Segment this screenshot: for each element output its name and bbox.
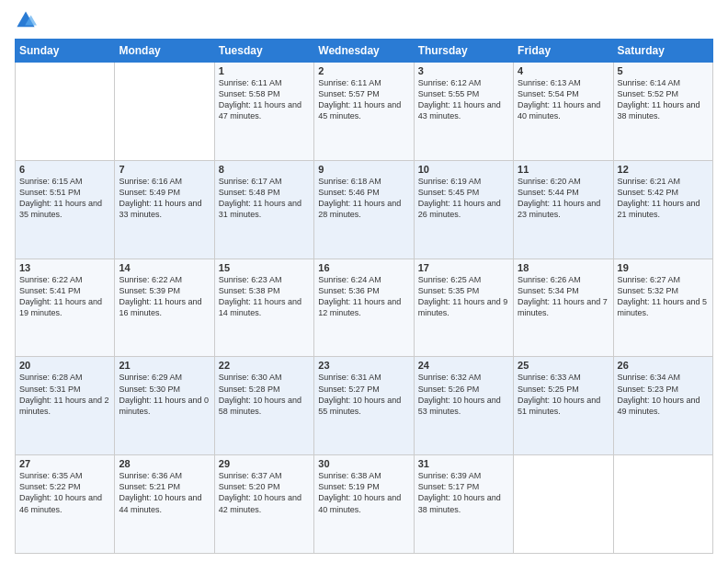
day-info: Sunrise: 6:30 AM Sunset: 5:28 PM Dayligh… [219,372,310,417]
day-info: Sunrise: 6:12 AM Sunset: 5:55 PM Dayligh… [418,77,509,122]
day-info: Sunrise: 6:26 AM Sunset: 5:34 PM Dayligh… [518,274,609,319]
day-info: Sunrise: 6:19 AM Sunset: 5:45 PM Dayligh… [418,176,509,221]
day-number: 10 [418,164,509,175]
day-number: 3 [418,65,509,76]
logo [15,9,40,31]
calendar-cell: 20Sunrise: 6:28 AM Sunset: 5:31 PM Dayli… [16,357,115,455]
calendar-week-3: 13Sunrise: 6:22 AM Sunset: 5:41 PM Dayli… [16,259,713,357]
calendar-cell: 24Sunrise: 6:32 AM Sunset: 5:26 PM Dayli… [414,357,513,455]
calendar-cell [613,455,712,554]
day-info: Sunrise: 6:16 AM Sunset: 5:49 PM Dayligh… [119,176,210,221]
calendar-cell: 17Sunrise: 6:25 AM Sunset: 5:35 PM Dayli… [414,259,513,357]
day-info: Sunrise: 6:31 AM Sunset: 5:27 PM Dayligh… [318,372,409,417]
day-number: 22 [219,360,310,371]
day-number: 17 [418,262,509,273]
weekday-header-sunday: Sunday [16,40,115,63]
day-number: 13 [19,262,110,273]
calendar-cell: 26Sunrise: 6:34 AM Sunset: 5:23 PM Dayli… [613,357,712,455]
calendar-cell: 29Sunrise: 6:37 AM Sunset: 5:20 PM Dayli… [214,455,313,554]
day-info: Sunrise: 6:17 AM Sunset: 5:48 PM Dayligh… [219,176,310,221]
day-info: Sunrise: 6:24 AM Sunset: 5:36 PM Dayligh… [318,274,409,319]
day-info: Sunrise: 6:34 AM Sunset: 5:23 PM Dayligh… [618,372,709,417]
day-number: 12 [618,164,709,175]
header [15,9,713,31]
day-info: Sunrise: 6:32 AM Sunset: 5:26 PM Dayligh… [418,372,509,417]
calendar-cell: 13Sunrise: 6:22 AM Sunset: 5:41 PM Dayli… [16,259,115,357]
day-number: 21 [119,360,210,371]
calendar-week-2: 6Sunrise: 6:15 AM Sunset: 5:51 PM Daylig… [16,160,713,259]
calendar-cell: 21Sunrise: 6:29 AM Sunset: 5:30 PM Dayli… [115,357,214,455]
calendar-cell: 5Sunrise: 6:14 AM Sunset: 5:52 PM Daylig… [613,63,712,161]
day-number: 5 [618,65,709,76]
calendar-cell: 22Sunrise: 6:30 AM Sunset: 5:28 PM Dayli… [214,357,313,455]
calendar-cell [16,63,115,161]
logo-icon [15,9,37,31]
calendar-cell: 15Sunrise: 6:23 AM Sunset: 5:38 PM Dayli… [214,259,313,357]
calendar-cell [514,455,613,554]
calendar-cell: 31Sunrise: 6:39 AM Sunset: 5:17 PM Dayli… [414,455,513,554]
day-number: 23 [318,360,409,371]
calendar-cell: 28Sunrise: 6:36 AM Sunset: 5:21 PM Dayli… [115,455,214,554]
day-info: Sunrise: 6:29 AM Sunset: 5:30 PM Dayligh… [119,372,210,417]
weekday-header-monday: Monday [115,40,214,63]
calendar-cell: 7Sunrise: 6:16 AM Sunset: 5:49 PM Daylig… [115,160,214,259]
calendar-cell: 3Sunrise: 6:12 AM Sunset: 5:55 PM Daylig… [414,63,513,161]
day-number: 4 [518,65,609,76]
day-number: 7 [119,164,210,175]
day-number: 27 [19,458,110,469]
day-number: 2 [318,65,409,76]
calendar-cell: 25Sunrise: 6:33 AM Sunset: 5:25 PM Dayli… [514,357,613,455]
weekday-header-saturday: Saturday [613,40,712,63]
day-number: 15 [219,262,310,273]
day-info: Sunrise: 6:27 AM Sunset: 5:32 PM Dayligh… [618,274,709,319]
day-number: 14 [119,262,210,273]
calendar-cell: 6Sunrise: 6:15 AM Sunset: 5:51 PM Daylig… [16,160,115,259]
calendar-cell: 4Sunrise: 6:13 AM Sunset: 5:54 PM Daylig… [514,63,613,161]
calendar-cell: 10Sunrise: 6:19 AM Sunset: 5:45 PM Dayli… [414,160,513,259]
day-info: Sunrise: 6:39 AM Sunset: 5:17 PM Dayligh… [418,470,509,515]
day-number: 11 [518,164,609,175]
day-info: Sunrise: 6:14 AM Sunset: 5:52 PM Dayligh… [618,77,709,122]
calendar-cell [115,63,214,161]
weekday-header-row: SundayMondayTuesdayWednesdayThursdayFrid… [16,40,713,63]
day-info: Sunrise: 6:23 AM Sunset: 5:38 PM Dayligh… [219,274,310,319]
day-info: Sunrise: 6:25 AM Sunset: 5:35 PM Dayligh… [418,274,509,319]
day-info: Sunrise: 6:13 AM Sunset: 5:54 PM Dayligh… [518,77,609,122]
weekday-header-wednesday: Wednesday [314,40,414,63]
day-info: Sunrise: 6:37 AM Sunset: 5:20 PM Dayligh… [219,470,310,515]
calendar-cell: 16Sunrise: 6:24 AM Sunset: 5:36 PM Dayli… [314,259,414,357]
calendar-cell: 8Sunrise: 6:17 AM Sunset: 5:48 PM Daylig… [214,160,313,259]
day-number: 20 [19,360,110,371]
calendar-cell: 2Sunrise: 6:11 AM Sunset: 5:57 PM Daylig… [314,63,414,161]
calendar-cell: 27Sunrise: 6:35 AM Sunset: 5:22 PM Dayli… [16,455,115,554]
day-number: 30 [318,458,409,469]
calendar-cell: 30Sunrise: 6:38 AM Sunset: 5:19 PM Dayli… [314,455,414,554]
day-info: Sunrise: 6:36 AM Sunset: 5:21 PM Dayligh… [119,470,210,515]
day-info: Sunrise: 6:11 AM Sunset: 5:58 PM Dayligh… [219,77,310,122]
calendar-week-5: 27Sunrise: 6:35 AM Sunset: 5:22 PM Dayli… [16,455,713,554]
day-number: 1 [219,65,310,76]
day-number: 26 [618,360,709,371]
calendar-body: 1Sunrise: 6:11 AM Sunset: 5:58 PM Daylig… [16,63,713,554]
day-number: 16 [318,262,409,273]
calendar-cell: 1Sunrise: 6:11 AM Sunset: 5:58 PM Daylig… [214,63,313,161]
day-info: Sunrise: 6:15 AM Sunset: 5:51 PM Dayligh… [19,176,110,221]
day-number: 18 [518,262,609,273]
calendar-cell: 18Sunrise: 6:26 AM Sunset: 5:34 PM Dayli… [514,259,613,357]
day-info: Sunrise: 6:21 AM Sunset: 5:42 PM Dayligh… [618,176,709,221]
day-number: 31 [418,458,509,469]
calendar-cell: 11Sunrise: 6:20 AM Sunset: 5:44 PM Dayli… [514,160,613,259]
calendar-cell: 9Sunrise: 6:18 AM Sunset: 5:46 PM Daylig… [314,160,414,259]
day-number: 9 [318,164,409,175]
weekday-header-friday: Friday [514,40,613,63]
day-number: 24 [418,360,509,371]
day-number: 8 [219,164,310,175]
calendar-cell: 12Sunrise: 6:21 AM Sunset: 5:42 PM Dayli… [613,160,712,259]
day-info: Sunrise: 6:18 AM Sunset: 5:46 PM Dayligh… [318,176,409,221]
day-info: Sunrise: 6:38 AM Sunset: 5:19 PM Dayligh… [318,470,409,515]
weekday-header-thursday: Thursday [414,40,513,63]
day-info: Sunrise: 6:22 AM Sunset: 5:41 PM Dayligh… [19,274,110,319]
day-info: Sunrise: 6:33 AM Sunset: 5:25 PM Dayligh… [518,372,609,417]
calendar-cell: 19Sunrise: 6:27 AM Sunset: 5:32 PM Dayli… [613,259,712,357]
weekday-header-tuesday: Tuesday [214,40,313,63]
